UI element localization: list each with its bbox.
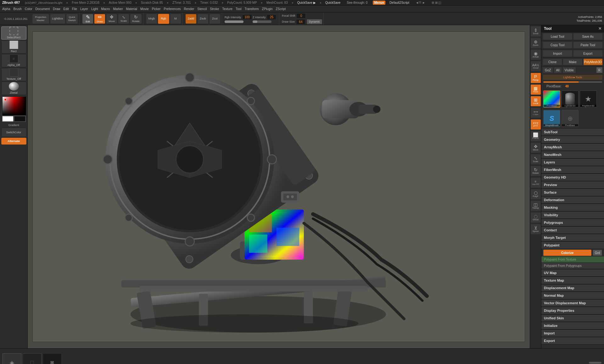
polypaint-from-polygroups-btn[interactable]: Polypaint From Polygroups bbox=[541, 263, 604, 269]
menu-layer[interactable]: Layer bbox=[79, 7, 89, 11]
make-btn[interactable]: Make bbox=[563, 58, 582, 65]
floor-icon-btn[interactable]: ▦ Floor bbox=[530, 84, 541, 95]
visibility-btn[interactable]: Visibility bbox=[541, 211, 604, 219]
scroll-icon-btn[interactable]: ⇕ Scroll bbox=[530, 26, 541, 37]
texture-off-btn[interactable]: Texture_Off bbox=[1, 68, 26, 81]
actual-icon-btn[interactable]: ◉ Actual bbox=[530, 49, 541, 60]
menu-document[interactable]: Document bbox=[35, 7, 51, 11]
menu-material[interactable]: Material bbox=[125, 7, 138, 11]
alternate-btn[interactable]: Alternate bbox=[1, 138, 26, 145]
aahalf-icon-btn[interactable]: AA½ AAHalf bbox=[530, 61, 541, 72]
simplebrush-thumb[interactable]: S SimpleBrush bbox=[543, 110, 560, 127]
export-bottom-btn[interactable]: Export bbox=[541, 337, 604, 345]
geometry-hd-btn[interactable]: Geometry HD bbox=[541, 174, 604, 181]
surface-btn[interactable]: Surface bbox=[541, 189, 604, 196]
menu-draw[interactable]: Draw bbox=[52, 7, 61, 11]
pivot-slider[interactable] bbox=[543, 81, 602, 83]
menu-alpha[interactable]: Alpha bbox=[1, 7, 11, 11]
frontbase-thumb[interactable]: FrontBase bbox=[543, 91, 560, 108]
uv-map-btn[interactable]: UV Map bbox=[541, 269, 604, 277]
zsub-btn[interactable]: Zsub bbox=[197, 14, 209, 24]
menu-edit[interactable]: Edit bbox=[63, 7, 70, 11]
rotate-btn[interactable]: ↻ Rotate bbox=[130, 14, 142, 24]
pivotbase-thumb[interactable]: ⊕ PivotBase bbox=[562, 110, 579, 127]
menu-preferences[interactable]: Preferences bbox=[163, 7, 182, 11]
displacement-map-btn[interactable]: Displacement Map bbox=[541, 284, 604, 292]
geometry-btn[interactable]: Geometry bbox=[541, 136, 604, 143]
subtool-btn[interactable]: SubTool bbox=[541, 128, 604, 136]
polypaint-btn[interactable]: Polypaint bbox=[541, 241, 604, 249]
lightbox-tools-btn[interactable]: Lightbox▸Tools bbox=[543, 74, 603, 80]
menu-brush[interactable]: Brush bbox=[13, 7, 23, 11]
import-btn[interactable]: Import bbox=[543, 50, 573, 57]
scale-btn[interactable]: ⤡ Scale bbox=[118, 14, 129, 24]
menu-marker[interactable]: Marker bbox=[112, 7, 124, 11]
lightbox-btn[interactable]: LightBox bbox=[50, 14, 65, 24]
grd-btn[interactable]: Grd bbox=[593, 250, 602, 256]
menu-transform[interactable]: Transform bbox=[243, 7, 260, 11]
clone-btn[interactable]: Clone bbox=[543, 58, 562, 65]
switch-color-btn[interactable]: SwitchColor bbox=[1, 128, 26, 137]
menu-movie[interactable]: Movie bbox=[139, 7, 150, 11]
canvas-area[interactable] bbox=[28, 25, 530, 348]
menu-zscript[interactable]: ZScript bbox=[275, 7, 287, 11]
vector-displacement-btn[interactable]: Vector Displacement Map bbox=[541, 299, 604, 307]
menu-file[interactable]: File bbox=[71, 7, 78, 11]
rgb-intensity-slider[interactable] bbox=[225, 20, 243, 23]
menu-texture[interactable]: Texture bbox=[221, 7, 233, 11]
move-icon-btn[interactable]: ✥ Move bbox=[530, 142, 541, 153]
paste-tool-btn[interactable]: Paste Tool bbox=[573, 41, 603, 48]
polyf-icon-btn[interactable]: ⬡ PolyF bbox=[530, 189, 541, 200]
load-tool-btn[interactable]: Load Tool bbox=[543, 33, 573, 40]
line-pip-icon-btn[interactable]: ≡ Line PIP bbox=[530, 177, 541, 188]
bottom-thumb-2[interactable]: □ bbox=[23, 353, 42, 364]
menu-zplugin[interactable]: ZPlugin bbox=[261, 7, 274, 11]
texture-map-btn[interactable]: Texture Map bbox=[541, 277, 604, 284]
polypaint-from-texture-btn[interactable]: Polypaint From Texture bbox=[541, 256, 604, 263]
mrgb-btn[interactable]: Mrgb bbox=[146, 14, 157, 24]
gxyz-icon-btn[interactable]: XYZ gXYZ bbox=[530, 119, 541, 130]
menu-stencil[interactable]: Stencil bbox=[196, 7, 208, 11]
goz-btn[interactable]: GoZ bbox=[543, 67, 553, 73]
rect-btn[interactable]: Rect bbox=[1, 40, 26, 53]
transp-icon-btn[interactable]: ◫ Transp bbox=[530, 201, 541, 211]
scale-side-icon-btn[interactable]: ⤡ Scale bbox=[530, 154, 541, 165]
move-btn[interactable]: ✥ Move bbox=[106, 14, 117, 24]
z-intensity-slider[interactable] bbox=[253, 20, 271, 23]
menu-tool[interactable]: Tool bbox=[235, 7, 242, 11]
display-properties-btn[interactable]: Display Properties bbox=[541, 307, 604, 314]
draw-btn[interactable]: ✏ Draw bbox=[94, 14, 105, 24]
contact-btn[interactable]: Contact bbox=[541, 226, 604, 234]
r-btn[interactable]: R bbox=[596, 67, 603, 73]
initialize-btn[interactable]: Initialize bbox=[541, 322, 604, 329]
xpose-icon-btn[interactable]: ⊻ Xpose bbox=[530, 224, 541, 234]
alpha-off-btn[interactable]: α Alpha_Off bbox=[1, 54, 26, 67]
save-btn[interactable]: QuickSave bbox=[324, 1, 341, 4]
zadd-btn[interactable]: Zadd bbox=[185, 14, 197, 24]
dynamic-btn[interactable]: Dynamic bbox=[307, 19, 322, 24]
bottom-thumb-1[interactable]: ◈ bbox=[3, 353, 21, 364]
close-icon[interactable]: ✕ bbox=[598, 26, 601, 31]
rgb-btn[interactable]: Rgb bbox=[158, 14, 169, 24]
polymesh3d-btn[interactable]: PolyMesh3D bbox=[583, 58, 603, 65]
white-swatch[interactable] bbox=[2, 116, 14, 122]
edit-btn[interactable]: ✎ Edit bbox=[82, 14, 93, 24]
menu-picker[interactable]: Picker bbox=[151, 7, 162, 11]
zoom-icon-btn[interactable]: ⊕ Zoom bbox=[530, 38, 541, 48]
nanomesh-btn[interactable]: NanoMesh bbox=[541, 151, 604, 158]
default-zscript[interactable]: Default2Script bbox=[389, 1, 410, 4]
quick-sketch-btn[interactable]: Quick Sketch bbox=[66, 14, 78, 24]
menus-btn[interactable]: Menus bbox=[373, 1, 385, 5]
masking-btn[interactable]: Masking bbox=[541, 204, 604, 211]
rotate-side-icon-btn[interactable]: ↻ Rotate bbox=[530, 166, 541, 176]
m-btn[interactable]: M bbox=[170, 14, 181, 24]
menu-stroke[interactable]: Stroke bbox=[209, 7, 220, 11]
normal-map-btn[interactable]: Normal Map bbox=[541, 292, 604, 299]
projection-master-btn[interactable]: Projection Master bbox=[32, 14, 49, 24]
select-rect-btn[interactable]: SelectRect bbox=[1, 26, 26, 40]
morph-target-btn[interactable]: Morph Target bbox=[541, 234, 604, 241]
bottom-thumb-3[interactable]: ◙ bbox=[43, 353, 62, 364]
black-swatch[interactable] bbox=[14, 116, 25, 122]
menu-macro[interactable]: Macro bbox=[100, 7, 111, 11]
polygroups-btn[interactable]: Polygroups bbox=[541, 219, 604, 226]
